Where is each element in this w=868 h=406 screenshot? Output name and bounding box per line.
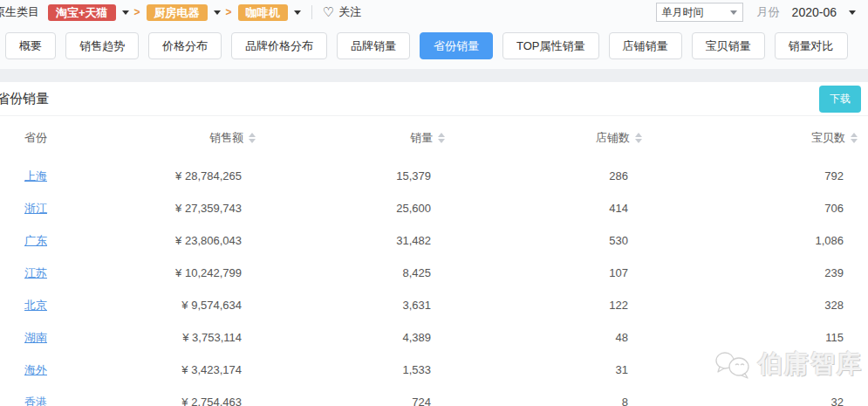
- time-mode-select[interactable]: 单月时间: [656, 3, 743, 22]
- column-header-items: 宝贝数: [653, 130, 868, 146]
- shops-value: 31: [455, 363, 653, 376]
- time-controls: 单月时间 月份 2020-06: [656, 3, 856, 22]
- province-sales-table: 省份 销售额 销量 店铺数 宝贝数 上海 ¥ 28,784,265 15,379…: [0, 116, 868, 406]
- tab-overview[interactable]: 概要: [5, 32, 56, 59]
- follow-label: 关注: [338, 4, 361, 20]
- sales-volume-value: 1,533: [266, 363, 455, 376]
- sales-volume-value: 4,389: [266, 331, 455, 344]
- tab-top-attribute-sales[interactable]: TOP属性销量: [502, 32, 599, 59]
- tab-brand-price-distribution[interactable]: 品牌价格分布: [231, 32, 327, 59]
- panel-header: 省份销量 下载: [0, 82, 868, 116]
- sales-amount-value: ¥ 9,574,634: [105, 299, 266, 312]
- table-row: 北京 ¥ 9,574,634 3,631 122 328: [0, 289, 868, 321]
- shops-value: 122: [455, 299, 653, 312]
- province-link[interactable]: 北京: [24, 299, 47, 312]
- column-header-sales-volume: 销量: [266, 130, 455, 146]
- shops-value: 107: [455, 266, 653, 279]
- column-header-shops: 店铺数: [455, 130, 653, 146]
- items-value: 1,086: [653, 234, 868, 247]
- tab-province-sales[interactable]: 省份销量: [420, 32, 493, 59]
- sales-amount-value: ¥ 3,423,174: [105, 363, 266, 376]
- page-title: 省份销量: [0, 91, 49, 107]
- breadcrumb-category-badge[interactable]: 厨房电器: [147, 4, 208, 21]
- sales-volume-value: 8,425: [266, 266, 455, 279]
- chevron-down-icon[interactable]: [122, 10, 129, 15]
- items-value: 115: [653, 331, 868, 344]
- sales-amount-value: ¥ 3,753,114: [105, 331, 266, 344]
- month-label: 月份: [757, 4, 780, 20]
- breadcrumb-subcategory-badge[interactable]: 咖啡机: [238, 4, 288, 21]
- breadcrumb-separator: >: [226, 6, 232, 18]
- sort-icon[interactable]: [438, 133, 445, 143]
- chevron-down-icon[interactable]: [294, 10, 301, 15]
- breadcrumb-separator: >: [134, 6, 140, 18]
- month-picker[interactable]: 2020-06: [792, 5, 856, 19]
- shops-value: 530: [455, 234, 653, 247]
- tab-brand-sales[interactable]: 品牌销量: [337, 32, 410, 59]
- province-link[interactable]: 海外: [24, 363, 47, 376]
- items-value: 706: [653, 202, 868, 215]
- breadcrumb-platform-badge[interactable]: 淘宝+天猫: [48, 4, 116, 21]
- divider: [311, 5, 312, 19]
- tab-item-sales[interactable]: 宝贝销量: [692, 32, 765, 59]
- topbar: 原生类目 淘宝+天猫 > 厨房电器 > 咖啡机 ♡ 关注 单月时间 月份 202…: [0, 0, 868, 24]
- chevron-down-icon[interactable]: [214, 10, 221, 15]
- section-divider: [0, 69, 868, 82]
- province-link[interactable]: 湖南: [24, 331, 47, 344]
- shops-value: 8: [455, 396, 653, 406]
- table-row: 浙江 ¥ 27,359,743 25,600 414 706: [0, 192, 868, 224]
- chevron-down-icon: [730, 10, 737, 15]
- column-header-sales-amount: 销售额: [105, 130, 266, 146]
- sales-volume-value: 25,600: [266, 202, 455, 215]
- province-link[interactable]: 江苏: [24, 266, 47, 279]
- shops-value: 286: [455, 169, 653, 182]
- sales-amount-value: ¥ 27,359,743: [105, 202, 266, 215]
- sort-icon[interactable]: [635, 133, 642, 143]
- shops-value: 414: [455, 202, 653, 215]
- table-row: 湖南 ¥ 3,753,114 4,389 48 115: [0, 321, 868, 354]
- sales-amount-value: ¥ 23,806,043: [105, 234, 266, 247]
- tab-sales-trend[interactable]: 销售趋势: [65, 32, 139, 59]
- chevron-down-icon: [849, 10, 856, 15]
- shops-value: 48: [455, 331, 653, 344]
- follow-button[interactable]: ♡ 关注: [323, 4, 361, 20]
- sort-icon[interactable]: [851, 133, 858, 143]
- sales-amount-value: ¥ 10,242,799: [105, 266, 266, 279]
- province-link[interactable]: 上海: [24, 169, 47, 182]
- items-value: 239: [653, 266, 868, 279]
- table-row: 广东 ¥ 23,806,043 31,482 530 1,086: [0, 224, 868, 257]
- sales-volume-value: 31,482: [266, 234, 455, 247]
- tab-shop-sales[interactable]: 店铺销量: [609, 32, 682, 59]
- province-link[interactable]: 香港: [24, 396, 47, 406]
- table-row: 香港 ¥ 2,754,463 724 8 32: [0, 386, 868, 406]
- sales-amount-value: ¥ 28,784,265: [105, 169, 266, 182]
- sort-icon[interactable]: [249, 133, 256, 143]
- sales-volume-value: 724: [266, 396, 455, 406]
- sales-volume-value: 15,379: [266, 169, 455, 182]
- table-row: 海外 ¥ 3,423,174 1,533 31: [0, 354, 868, 386]
- sales-amount-value: ¥ 2,754,463: [105, 396, 266, 406]
- tab-price-distribution[interactable]: 价格分布: [148, 32, 222, 59]
- items-value: 792: [653, 169, 868, 182]
- heart-icon: ♡: [323, 4, 334, 20]
- items-value: 328: [653, 299, 868, 312]
- column-header-province: 省份: [0, 130, 105, 146]
- table-header-row: 省份 销售额 销量 店铺数 宝贝数: [0, 116, 868, 160]
- tab-sales-compare[interactable]: 销量对比: [775, 32, 848, 59]
- province-link[interactable]: 浙江: [24, 202, 47, 215]
- time-mode-value: 单月时间: [662, 5, 704, 20]
- download-button[interactable]: 下载: [819, 86, 861, 113]
- sales-volume-value: 3,631: [266, 299, 455, 312]
- items-value: 32: [653, 396, 868, 406]
- table-row: 上海 ¥ 28,784,265 15,379 286 792: [0, 160, 868, 192]
- category-breadcrumb: 原生类目 淘宝+天猫 > 厨房电器 > 咖啡机 ♡ 关注: [0, 4, 361, 21]
- table-row: 江苏 ¥ 10,242,799 8,425 107 239: [0, 257, 868, 289]
- report-tabs: 概要 销售趋势 价格分布 品牌价格分布 品牌销量 省份销量 TOP属性销量 店铺…: [0, 24, 868, 69]
- province-link[interactable]: 广东: [24, 234, 47, 247]
- category-type-label: 原生类目: [0, 4, 39, 20]
- month-value: 2020-06: [792, 5, 837, 19]
